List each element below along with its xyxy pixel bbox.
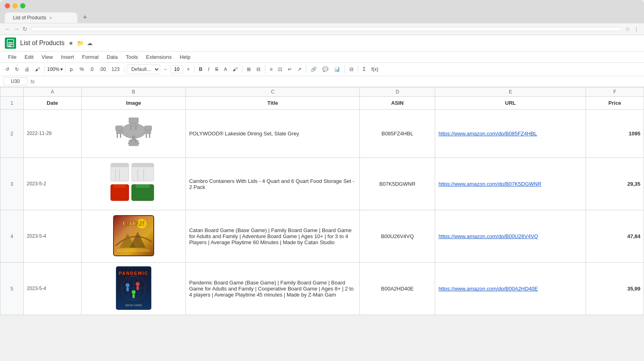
- zoom-control[interactable]: 100% ▾: [47, 66, 63, 72]
- col-header-b[interactable]: B: [81, 87, 186, 97]
- cell-a2[interactable]: 2022-11-29: [23, 110, 81, 158]
- menu-tools[interactable]: Tools: [122, 52, 141, 62]
- cell-f5[interactable]: 35,99: [586, 263, 644, 315]
- cell-c2[interactable]: POLYWOOD® Lakeside Dining Set, Slate Gre…: [186, 110, 359, 158]
- settings-icon[interactable]: ⋮: [634, 26, 639, 32]
- menu-insert[interactable]: Insert: [58, 52, 77, 62]
- cell-a1[interactable]: Date: [23, 97, 81, 110]
- cell-c1[interactable]: Title: [186, 97, 359, 110]
- comment-button[interactable]: 💬: [320, 65, 330, 73]
- back-button[interactable]: ←: [5, 26, 10, 32]
- formula-input[interactable]: [38, 79, 641, 85]
- format-decimal-more[interactable]: .00: [97, 65, 108, 73]
- minimize-button[interactable]: [12, 3, 18, 8]
- cell-a5[interactable]: 2023-5-4: [23, 263, 81, 315]
- rotate-button[interactable]: ↗: [295, 65, 303, 73]
- cell-b4[interactable]: CATAN ISLAND SAGA SERIES: [81, 210, 186, 263]
- cell-d5[interactable]: B00A2HD40E: [360, 263, 435, 315]
- maximize-button[interactable]: [20, 3, 25, 8]
- merge-button[interactable]: ⊟: [254, 65, 262, 73]
- cell-c3[interactable]: Cambro Containers With Lids - 4 Quart an…: [186, 158, 359, 210]
- col-header-e[interactable]: E: [435, 87, 586, 97]
- cell-d2[interactable]: B085FZ4HBL: [360, 110, 435, 158]
- strikethrough-button[interactable]: S: [213, 65, 220, 73]
- zoom-dropdown-icon[interactable]: ▾: [60, 66, 63, 72]
- paint-format-button[interactable]: 🖌: [33, 65, 42, 73]
- font-size-decrease[interactable]: −: [162, 65, 169, 73]
- redo-button[interactable]: ↻: [13, 65, 21, 73]
- cell-e1[interactable]: URL: [435, 97, 586, 110]
- align-h-button[interactable]: ≡: [268, 65, 275, 73]
- print-button[interactable]: 🖨: [23, 65, 31, 73]
- new-tab-button[interactable]: +: [80, 12, 91, 23]
- cell-b5[interactable]: PANDEMIC BASE GAME: [81, 263, 186, 315]
- font-size-increase[interactable]: +: [185, 65, 192, 73]
- chart-button[interactable]: 📊: [332, 65, 342, 73]
- menu-format[interactable]: Format: [79, 52, 102, 62]
- menu-help[interactable]: Help: [176, 52, 194, 62]
- menu-file[interactable]: File: [5, 52, 20, 62]
- cell-e2[interactable]: https://www.amazon.com/dp/B085FZ4HBL: [435, 110, 586, 158]
- format-currency-p[interactable]: p.: [68, 65, 76, 73]
- format-123[interactable]: 123: [109, 65, 122, 73]
- menu-data[interactable]: Data: [103, 52, 121, 62]
- cell-a4[interactable]: 2023-5-4: [23, 210, 81, 263]
- cell-a3[interactable]: 2023-5-2: [23, 158, 81, 210]
- italic-button[interactable]: I: [206, 65, 211, 73]
- row-header-4[interactable]: 4: [0, 210, 24, 263]
- cell-f4[interactable]: 47,84: [586, 210, 644, 263]
- format-percent[interactable]: %: [78, 65, 86, 73]
- font-size-input[interactable]: [170, 65, 183, 73]
- url-input[interactable]: [31, 27, 622, 31]
- format-decimal-less[interactable]: .0: [87, 65, 95, 73]
- bookmark-icon[interactable]: ☆: [625, 26, 630, 32]
- borders-button[interactable]: ⊞: [245, 65, 253, 73]
- align-v-button[interactable]: ⊡: [276, 65, 284, 73]
- forward-button[interactable]: →: [14, 26, 19, 32]
- cell-f1[interactable]: Price: [586, 97, 644, 110]
- menu-extensions[interactable]: Extensions: [143, 52, 175, 62]
- row-header-3[interactable]: 3: [0, 158, 24, 210]
- cell-reference[interactable]: [3, 77, 27, 85]
- bold-button[interactable]: B: [197, 65, 204, 73]
- refresh-button[interactable]: ↻: [23, 26, 27, 32]
- col-header-d[interactable]: D: [360, 87, 435, 97]
- tab-close-button[interactable]: ×: [50, 15, 52, 20]
- folder-icon[interactable]: 📁: [77, 40, 84, 46]
- menu-edit[interactable]: Edit: [21, 52, 37, 62]
- cell-b1[interactable]: Image: [81, 97, 186, 110]
- cell-e4[interactable]: https://www.amazon.com/dp/B00U26V4VQ: [435, 210, 586, 263]
- cell-c4[interactable]: Catan Board Game (Base Game) | Family Bo…: [186, 210, 359, 263]
- cell-d1[interactable]: ASIN: [360, 97, 435, 110]
- highlight-button[interactable]: 🖌: [231, 65, 239, 73]
- cell-c5[interactable]: Pandemic Board Game (Base Game) | Family…: [186, 263, 359, 315]
- cell-e3[interactable]: https://www.amazon.com/dp/B07K5DGWNR: [435, 158, 586, 210]
- cell-f3[interactable]: 29,35: [586, 158, 644, 210]
- active-tab[interactable]: List of Products ×: [5, 12, 77, 23]
- cloud-icon[interactable]: ☁: [87, 40, 93, 46]
- cell-b2[interactable]: [81, 110, 186, 158]
- cell-f2[interactable]: 1095: [586, 110, 644, 158]
- col-header-a[interactable]: A: [23, 87, 81, 97]
- functions-button[interactable]: f(x): [369, 65, 380, 73]
- url-link-5[interactable]: https://www.amazon.com/dp/B00A2HD40E: [438, 286, 538, 292]
- row-header-2[interactable]: 2: [0, 110, 24, 158]
- cell-d4[interactable]: B00U26V4VQ: [360, 210, 435, 263]
- row-header-1[interactable]: 1: [0, 97, 24, 110]
- undo-button[interactable]: ↺: [3, 65, 11, 73]
- font-family-select[interactable]: Default...: [127, 64, 160, 74]
- row-header-5[interactable]: 5: [0, 263, 24, 315]
- url-link-3[interactable]: https://www.amazon.com/dp/B07K5DGWNR: [438, 181, 541, 187]
- filter-button[interactable]: ⊟: [347, 65, 355, 73]
- url-link-2[interactable]: https://www.amazon.com/dp/B085FZ4HBL: [438, 131, 537, 137]
- wrap-button[interactable]: ↵: [286, 65, 294, 73]
- sum-button[interactable]: Σ: [361, 65, 367, 73]
- url-link-4[interactable]: https://www.amazon.com/dp/B00U26V4VQ: [438, 233, 538, 239]
- col-header-c[interactable]: C: [186, 87, 359, 97]
- link-button[interactable]: 🔗: [309, 65, 319, 73]
- menu-view[interactable]: View: [38, 52, 56, 62]
- text-color-button[interactable]: A: [222, 65, 229, 73]
- cell-b3[interactable]: [81, 158, 186, 210]
- close-button[interactable]: [5, 3, 10, 8]
- cell-d3[interactable]: B07K5DGWNR: [360, 158, 435, 210]
